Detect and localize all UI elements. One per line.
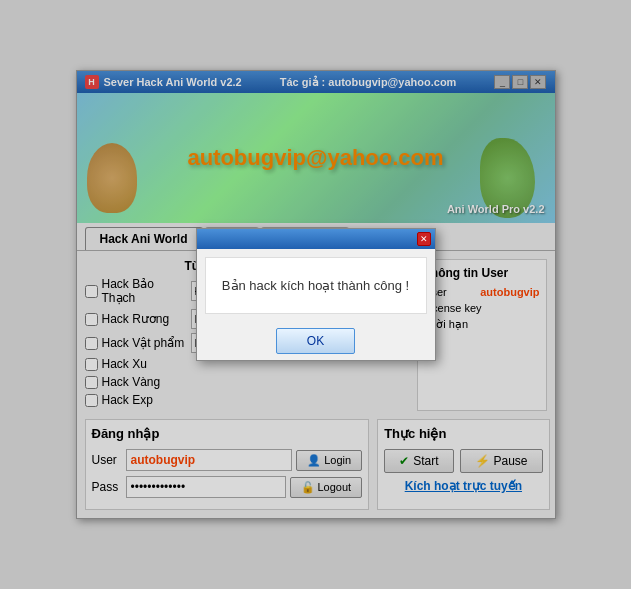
modal-message: Bản hack kích hoạt thành công ! (205, 257, 427, 314)
modal-dialog: ✕ Bản hack kích hoạt thành công ! OK (196, 228, 436, 361)
modal-close-button[interactable]: ✕ (417, 232, 431, 246)
modal-overlay: ✕ Bản hack kích hoạt thành công ! OK (76, 70, 556, 519)
modal-footer: OK (197, 322, 435, 360)
modal-ok-button[interactable]: OK (276, 328, 355, 354)
modal-message-text: Bản hack kích hoạt thành công ! (222, 278, 409, 293)
modal-title-bar: ✕ (197, 229, 435, 249)
